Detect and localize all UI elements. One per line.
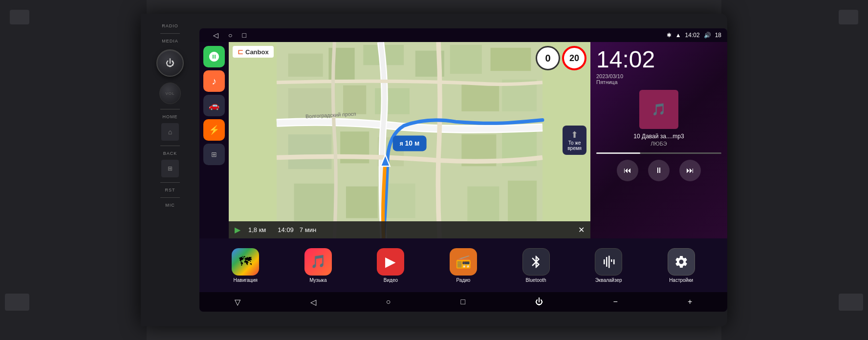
nav-turn-icon: я [400, 140, 403, 147]
app-equalizer[interactable]: Эквалайзер [595, 248, 622, 283]
app-video[interactable]: ▶ Видео [377, 248, 404, 283]
svg-rect-12 [288, 134, 332, 169]
music-sidebar-button[interactable]: ♪ [203, 70, 225, 92]
divider4 [160, 197, 180, 198]
clock-status: 14:02 [685, 32, 700, 39]
next-track-button[interactable]: ⏭ [679, 160, 701, 181]
video-label: Видео [384, 277, 398, 283]
music-progress-fill [596, 152, 640, 154]
waze-button[interactable]: ⚡ [203, 119, 225, 141]
nav-eta: 14:09 [278, 226, 294, 234]
svg-rect-17 [294, 184, 335, 221]
nav-play-icon: ▶ [235, 225, 240, 234]
mic-label: MIC [165, 203, 175, 208]
car-button[interactable]: 🚗 [203, 95, 225, 116]
track-artist: ЛЮБЭ [596, 141, 721, 147]
app-bluetooth[interactable]: Bluetooth [522, 248, 550, 283]
bottom-navigation-bar: ▽ ◁ ○ □ ⏻ − + [199, 292, 727, 312]
nav-distance-remaining: 1,8 км [248, 226, 266, 234]
album-art-icon: 🎵 [651, 103, 666, 116]
divider1 [160, 109, 180, 109]
map-background: Волгоградский просп ⊏ Canbox [229, 42, 590, 238]
volume-level: 18 [715, 32, 721, 39]
minus-nav-button[interactable]: − [608, 296, 624, 308]
plus-nav-button[interactable]: + [682, 296, 698, 308]
wifi-status-icon: ▲ [675, 32, 681, 39]
vol-label: VOL [165, 91, 174, 96]
app-maps[interactable]: 🗺 Навигация [232, 248, 259, 283]
bracket-right [721, 0, 868, 340]
bracket-left [0, 0, 147, 340]
nav-distance-badge: я 10 м [393, 135, 427, 151]
music-controls: ⏮ ⏸ ⏭ [596, 160, 721, 181]
music-section: 🎵 10 Давай за....mp3 ЛЮБЭ ⏮ [596, 90, 721, 233]
equalizer-label: Эквалайзер [595, 277, 622, 283]
canbox-logo-text: Canbox [245, 48, 269, 56]
nav-distance-text: 10 м [405, 139, 420, 147]
back-nav-button[interactable]: ◁ [304, 296, 322, 309]
home-nav-icon[interactable]: ○ [228, 31, 232, 39]
bluetooth-label: Bluetooth [525, 277, 546, 283]
home-label: HOME [163, 114, 178, 119]
home-button[interactable]: ⌂ [161, 123, 179, 141]
apps-sidebar-button[interactable]: ⊞ [203, 144, 225, 165]
svg-rect-1 [288, 54, 323, 77]
media-label: MEDIA [162, 39, 178, 43]
app-sidebar: ♪ 🚗 ⚡ ⊞ [199, 42, 229, 238]
back-nav-icon[interactable]: ◁ [213, 31, 218, 39]
bluetooth-status-icon: ✱ [667, 32, 672, 39]
svg-rect-18 [346, 187, 378, 218]
svg-rect-20 [467, 187, 499, 221]
top-navigation: ◁ ○ □ [205, 31, 254, 39]
back-label: BACK [163, 151, 177, 156]
power-button[interactable]: ⏻ [156, 49, 184, 77]
app-settings[interactable]: Настройки [668, 248, 695, 283]
recents-button[interactable]: □ [455, 296, 472, 308]
equalizer-icon [595, 248, 622, 276]
speed-limit: 20 [562, 46, 586, 70]
svg-rect-19 [387, 184, 415, 218]
map-area[interactable]: Волгоградский просп ⊏ Canbox [229, 42, 590, 238]
nav-direction: ⬆ То же время [563, 126, 586, 155]
direction-text: То же время [567, 140, 582, 151]
bottom-apps-bar: 🗺 Навигация 🎵 Музыка ▶ Видео 📻 Радио [199, 238, 727, 292]
main-content-area: ♪ 🚗 ⚡ ⊞ [199, 42, 727, 238]
svg-rect-5 [450, 45, 482, 74]
svg-rect-9 [375, 88, 410, 114]
music-progress-bar [596, 152, 721, 154]
apps-grid-button[interactable]: ⊞ [161, 160, 179, 177]
app-radio[interactable]: 📻 Радио [450, 248, 477, 283]
main-screen: ◁ ○ □ ✱ ▲ 14:02 🔊 18 [199, 28, 727, 312]
radio-icon: 📻 [450, 248, 477, 276]
power-nav-button[interactable]: ⏻ [529, 296, 549, 308]
map-header: ⊏ Canbox [233, 46, 274, 58]
status-bar: ◁ ○ □ ✱ ▲ 14:02 🔊 18 [199, 28, 727, 42]
carplay-button[interactable] [203, 46, 225, 67]
nav-bottom-bar: ▶ 1,8 км 14:09 7 мин ✕ [229, 221, 590, 238]
nav-close-button[interactable]: ✕ [578, 225, 585, 234]
car-frame: RADIO MEDIA ⏻ VOL HOME ⌂ BACK ⊞ RST MIC … [0, 0, 868, 340]
prev-track-button[interactable]: ⏮ [617, 160, 638, 181]
music-icon: 🎵 [304, 248, 332, 276]
app-music[interactable]: 🎵 Музыка [304, 248, 332, 283]
status-right: ✱ ▲ 14:02 🔊 18 [667, 32, 721, 39]
maps-icon: 🗺 [232, 248, 259, 276]
apps-nav-icon[interactable]: □ [242, 31, 246, 39]
direction-arrow-icon: ⬆ [567, 129, 582, 140]
volume-knob[interactable]: VOL [159, 83, 181, 104]
play-pause-button[interactable]: ⏸ [648, 160, 670, 181]
current-speed: 0 [536, 46, 560, 70]
divider3 [160, 182, 180, 183]
triangle-nav-button[interactable]: ▽ [229, 296, 246, 309]
track-name: 10 Давай за....mp3 [596, 133, 721, 140]
settings-label: Настройки [669, 277, 693, 283]
clock-section: 14:02 2023/03/10 Пятница [596, 48, 721, 85]
home-circle-button[interactable]: ○ [380, 296, 397, 308]
svg-rect-10 [461, 83, 499, 111]
svg-rect-6 [491, 48, 531, 71]
left-control-panel: RADIO MEDIA ⏻ VOL HOME ⌂ BACK ⊞ RST MIC [141, 14, 199, 326]
album-art: 🎵 [639, 90, 678, 129]
clock-day-value: Пятница [596, 79, 618, 85]
bluetooth-icon [522, 248, 550, 276]
track-info: 10 Давай за....mp3 ЛЮБЭ [596, 133, 721, 147]
